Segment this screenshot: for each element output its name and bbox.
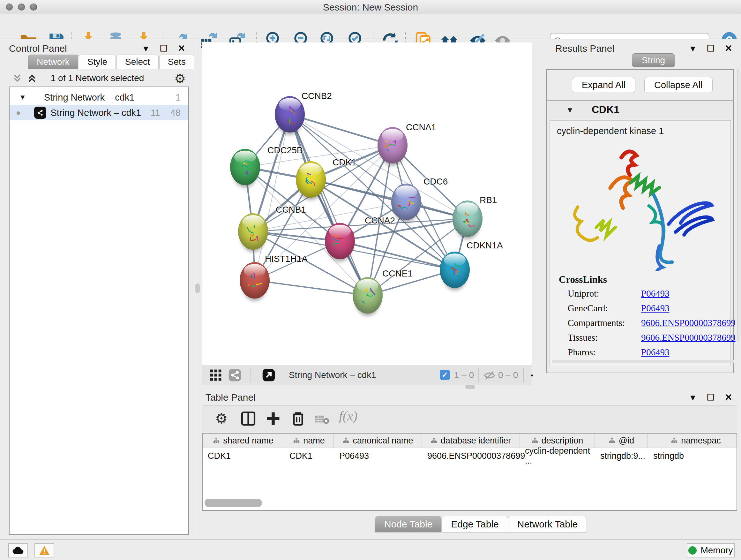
gear-icon[interactable]: ⚙: [174, 71, 186, 86]
warnings-button[interactable]: [35, 543, 54, 557]
crosslink-link[interactable]: 9606.ENSP00000378699: [641, 332, 736, 343]
node-label-ccnb2: CCNB2: [301, 91, 332, 101]
cloud-icon: [12, 546, 24, 555]
footer-separator: [478, 368, 479, 382]
show-columns-icon[interactable]: [240, 410, 257, 427]
table-panel: Table Panel ▾ ☐ ✕ ⚙ f(x) shared namename…: [196, 389, 741, 539]
hidden-eye-icon[interactable]: [483, 369, 495, 381]
function-builder-icon[interactable]: f(x): [339, 408, 357, 424]
splitter-handle[interactable]: [195, 284, 200, 293]
cloud-button[interactable]: [8, 543, 28, 557]
network-node-ccna1[interactable]: [378, 127, 408, 164]
network-edge[interactable]: [290, 114, 393, 145]
node-label-cdkn1a: CDKN1A: [467, 240, 503, 251]
add-column-icon[interactable]: [265, 410, 281, 427]
main-toolbar: ?: [0, 14, 741, 39]
tab-sets[interactable]: Sets: [159, 55, 194, 69]
results-vertical-scrollbar[interactable]: [737, 69, 740, 341]
column-header-database-identifier[interactable]: database identifier: [422, 434, 520, 448]
collapse-panel-icon[interactable]: ▾: [688, 392, 697, 402]
tab-string[interactable]: String: [632, 53, 675, 67]
tab-node-table[interactable]: Node Table: [375, 516, 442, 533]
open-in-new-icon[interactable]: [262, 368, 275, 382]
expand-all-button[interactable]: Expand All: [572, 77, 635, 93]
network-edge-count: 48: [171, 108, 181, 118]
network-edge[interactable]: [255, 280, 367, 295]
column-header-shared-name[interactable]: shared name: [203, 434, 284, 448]
network-node-cdc25b[interactable]: [230, 149, 260, 185]
table-toolbar: ⚙ f(x): [202, 406, 737, 432]
delete-column-icon[interactable]: [290, 410, 307, 427]
crosslink-link[interactable]: P06493: [641, 303, 670, 314]
table-cell[interactable]: P06493: [334, 449, 422, 463]
float-panel-icon[interactable]: ☐: [706, 43, 716, 54]
node-label-cdc6: CDC6: [423, 177, 448, 187]
column-header-canonical-name[interactable]: canonical name: [334, 434, 422, 448]
close-panel-icon[interactable]: ✕: [724, 43, 733, 54]
crosslink-link[interactable]: P06493: [641, 347, 670, 358]
node-table[interactable]: shared namenamecanonical namedatabase id…: [202, 433, 737, 511]
network-node-cdk1[interactable]: [296, 161, 326, 198]
tab-network-table[interactable]: Network Table: [508, 516, 587, 533]
table-cell[interactable]: cyclin-dependent ...: [520, 449, 595, 463]
entry-expand-icon[interactable]: ▼: [566, 106, 574, 115]
crosslink-link[interactable]: P06493: [641, 288, 670, 299]
tab-edge-table[interactable]: Edge Table: [442, 516, 508, 533]
close-panel-icon[interactable]: ✕: [177, 43, 186, 54]
collapse-panel-icon[interactable]: ▾: [141, 43, 151, 54]
control-panel-tabs: Network Style Select Sets: [28, 55, 195, 69]
float-panel-icon[interactable]: ☐: [159, 43, 169, 54]
network-node-hist1h1a[interactable]: [240, 262, 270, 299]
grid-view-icon[interactable]: [209, 368, 222, 382]
network-node-ccnb2[interactable]: [275, 96, 305, 132]
table-cell[interactable]: CDK1: [203, 449, 284, 463]
node-label-ccne1: CCNE1: [382, 268, 413, 279]
memory-button[interactable]: Memory: [687, 543, 735, 557]
memory-status-icon: [688, 546, 697, 555]
network-node-cdc6[interactable]: [391, 184, 421, 220]
protein-ribbon-thumb: [300, 169, 321, 192]
node-entry-header[interactable]: ▼ CDK1: [547, 101, 733, 119]
collapse-all-button[interactable]: Collapse All: [644, 77, 713, 93]
column-header-name[interactable]: name: [284, 434, 334, 448]
close-panel-icon[interactable]: ✕: [724, 392, 733, 402]
collapse-panel-icon[interactable]: ▾: [688, 43, 697, 54]
delete-table-icon[interactable]: [315, 414, 329, 425]
results-panel-title: Results Panel: [555, 43, 614, 54]
network-node-rb1[interactable]: [453, 200, 482, 237]
network-node-cdkn1a[interactable]: [440, 252, 470, 288]
splitter-handle[interactable]: [465, 385, 475, 389]
tab-network[interactable]: Network: [28, 55, 78, 69]
crosslink-link[interactable]: 9606.ENSP00000378699: [641, 318, 736, 328]
tree-expand-icon[interactable]: ▼: [19, 93, 26, 102]
selected-checkbox-icon[interactable]: ✓: [440, 370, 450, 380]
node-label-cdk1: CDK1: [333, 158, 356, 168]
network-toolbar: String Network – cdk1 ✓ 1 – 0 0 – 0: [202, 365, 532, 385]
table-cell[interactable]: 9606.ENSP00000378699: [422, 449, 520, 463]
collection-count: 1: [176, 92, 181, 103]
column-header-namespac[interactable]: namespac: [648, 434, 737, 448]
table-settings-gear-icon[interactable]: ⚙: [215, 410, 227, 427]
network-collection-row[interactable]: ▼ String Network – cdk1 1: [10, 90, 188, 105]
tab-select[interactable]: Select: [117, 55, 158, 69]
footer-separator: [523, 368, 524, 382]
network-node-ccna2[interactable]: [325, 223, 355, 259]
table-cell[interactable]: stringdb:9...: [595, 449, 648, 463]
network-node-ccne1[interactable]: [353, 277, 383, 314]
network-row-selected[interactable]: ● String Network – cdk1 11 48: [10, 105, 188, 120]
tab-style[interactable]: Style: [79, 55, 116, 69]
protein-ribbon-thumb: [330, 231, 350, 253]
network-node-ccnb1[interactable]: [238, 213, 268, 250]
memory-label: Memory: [700, 545, 733, 556]
network-badge-icon[interactable]: [228, 368, 242, 382]
table-cell[interactable]: CDK1: [284, 449, 334, 463]
column-header--id[interactable]: @id: [595, 434, 648, 448]
protein-structure-image: [562, 143, 716, 271]
table-cell[interactable]: stringdb: [648, 449, 737, 463]
table-horizontal-scrollbar[interactable]: [205, 499, 262, 507]
float-panel-icon[interactable]: ☐: [706, 392, 716, 402]
results-scrollbar[interactable]: [552, 360, 734, 363]
crosslinks-title: CrossLinks: [559, 274, 607, 286]
network-view[interactable]: CCNB2CCNA1CDC25BCDK1CDC6RB1CCNB1CCNA2CDK…: [202, 43, 532, 365]
network-title: String Network – cdk1: [289, 370, 376, 380]
